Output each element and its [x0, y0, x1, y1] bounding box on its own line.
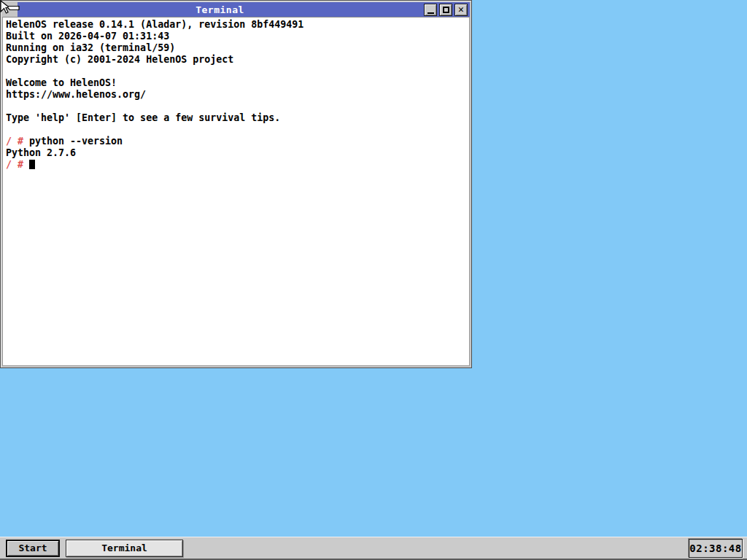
output-text: python --version — [29, 136, 123, 147]
terminal-window: Terminal ✕ HelenOS release 0.14.1 (Alada… — [0, 0, 472, 368]
output-text: Copyright (c) 2001-2024 HelenOS project — [6, 54, 233, 65]
terminal-line — [6, 66, 469, 77]
output-text: Welcome to HelenOS! — [6, 77, 117, 88]
terminal-line: Type 'help' [Enter] to see a few surviva… — [6, 112, 469, 124]
taskbar-item-label: Terminal — [101, 542, 147, 553]
taskbar-item-terminal[interactable]: Terminal — [66, 540, 183, 557]
terminal-line: / # python --version — [6, 136, 469, 147]
terminal-line: Python 2.7.6 — [6, 147, 469, 159]
output-text: https://www.helenos.org/ — [6, 89, 146, 100]
minimize-icon — [427, 12, 434, 14]
terminal-output-area[interactable]: HelenOS release 0.14.1 (Aladar), revisio… — [2, 17, 470, 366]
start-button[interactable]: Start — [6, 540, 60, 557]
terminal-line: https://www.helenos.org/ — [6, 89, 469, 101]
prompt-text: / # — [6, 136, 29, 147]
window-title: Terminal — [196, 4, 244, 15]
output-text: Running on ia32 (terminal/59) — [6, 42, 175, 53]
window-titlebar[interactable]: Terminal ✕ — [2, 2, 470, 17]
close-button[interactable]: ✕ — [454, 4, 468, 16]
start-button-label: Start — [18, 542, 47, 553]
minimize-button[interactable] — [424, 4, 437, 16]
prompt-text: / # — [6, 159, 29, 170]
terminal-line — [6, 101, 469, 112]
maximize-button[interactable] — [439, 4, 452, 16]
clock-time: 02:38:48 — [689, 542, 741, 554]
titlebar-drag-area[interactable]: Terminal — [18, 2, 422, 17]
output-text: Python 2.7.6 — [6, 147, 76, 158]
taskbar-clock: 02:38:48 — [689, 539, 743, 558]
terminal-cursor — [29, 160, 35, 169]
terminal-lines: HelenOS release 0.14.1 (Aladar), revisio… — [6, 19, 469, 171]
window-controls: ✕ — [422, 2, 470, 17]
terminal-line: / # — [6, 159, 469, 171]
desktop: { "colors": { "desktop_bg": "#82c9f7", "… — [0, 0, 747, 560]
terminal-line: HelenOS release 0.14.1 (Aladar), revisio… — [6, 19, 469, 31]
output-text: Built on 2026-04-07 01:31:43 — [6, 31, 169, 42]
maximize-icon — [443, 7, 449, 13]
output-text: HelenOS release 0.14.1 (Aladar), revisio… — [6, 19, 303, 30]
output-text: Type 'help' [Enter] to see a few surviva… — [6, 112, 280, 123]
taskbar: Start Terminal 02:38:48 — [0, 537, 747, 560]
sysmenu-button[interactable] — [2, 2, 18, 17]
terminal-line: Welcome to HelenOS! — [6, 77, 469, 89]
terminal-line: Copyright (c) 2001-2024 HelenOS project — [6, 54, 469, 66]
terminal-line — [6, 124, 469, 136]
terminal-line: Built on 2026-04-07 01:31:43 — [6, 31, 469, 42]
terminal-line: Running on ia32 (terminal/59) — [6, 42, 469, 54]
close-icon: ✕ — [458, 4, 464, 14]
